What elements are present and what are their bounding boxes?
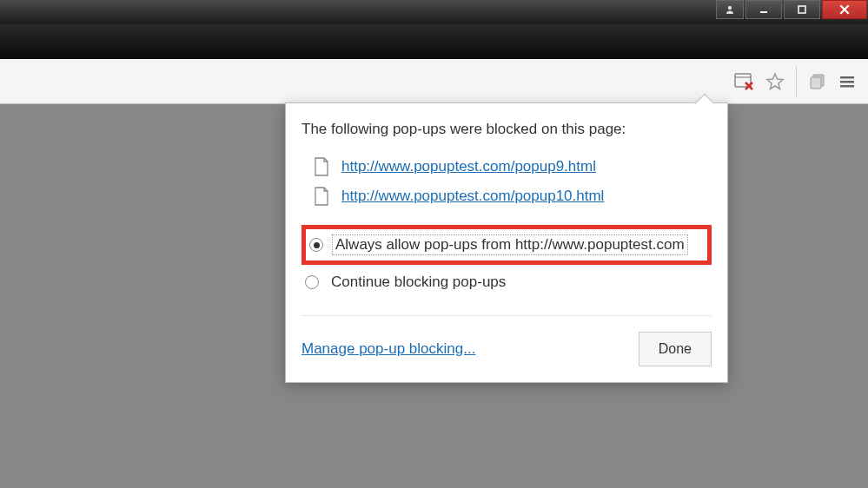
radio-always-allow[interactable]: Always allow pop-ups from http://www.pop… bbox=[301, 225, 712, 265]
radio-label: Continue blocking pop-ups bbox=[328, 272, 509, 293]
done-button[interactable]: Done bbox=[639, 332, 712, 366]
window-frame: The following pop-ups were blocked on th… bbox=[0, 0, 868, 488]
radio-icon bbox=[309, 238, 323, 252]
browser-toolbar bbox=[0, 59, 868, 104]
svg-rect-11 bbox=[840, 76, 854, 79]
divider bbox=[301, 315, 712, 316]
blocked-popup-list: http://www.popuptest.com/popup9.html htt… bbox=[301, 152, 712, 211]
popup-action-radio-group: Always allow pop-ups from http://www.pop… bbox=[301, 225, 712, 300]
toolbar-right-group bbox=[796, 66, 858, 97]
manage-popup-blocking-link[interactable]: Manage pop-up blocking... bbox=[301, 340, 475, 358]
svg-rect-12 bbox=[840, 81, 854, 83]
popup-blocked-panel: The following pop-ups were blocked on th… bbox=[285, 102, 728, 383]
radio-continue-blocking[interactable]: Continue blocking pop-ups bbox=[301, 265, 712, 300]
blocked-popup-link[interactable]: http://www.popuptest.com/popup10.html bbox=[341, 188, 604, 205]
blocked-popup-item: http://www.popuptest.com/popup10.html bbox=[301, 181, 712, 211]
popup-title: The following pop-ups were blocked on th… bbox=[301, 121, 712, 138]
minimize-button[interactable] bbox=[745, 0, 782, 19]
window-controls bbox=[715, 0, 868, 24]
svg-rect-13 bbox=[840, 85, 854, 88]
blocked-popup-link[interactable]: http://www.popuptest.com/popup9.html bbox=[341, 158, 596, 175]
popup-footer: Manage pop-up blocking... Done bbox=[301, 332, 712, 366]
radio-label: Always allow pop-ups from http://www.pop… bbox=[332, 234, 688, 255]
blocked-popup-item: http://www.popuptest.com/popup9.html bbox=[301, 152, 712, 181]
svg-rect-1 bbox=[760, 11, 767, 13]
user-button[interactable] bbox=[716, 0, 744, 19]
file-icon bbox=[314, 157, 329, 176]
radio-icon bbox=[305, 275, 319, 289]
svg-point-0 bbox=[728, 6, 732, 10]
maximize-button[interactable] bbox=[784, 0, 820, 19]
popup-blocked-icon[interactable] bbox=[733, 71, 754, 92]
tab-strip bbox=[0, 24, 868, 59]
menu-icon[interactable] bbox=[837, 71, 858, 92]
close-button[interactable] bbox=[822, 0, 867, 19]
svg-rect-2 bbox=[798, 6, 805, 13]
pages-icon[interactable] bbox=[807, 71, 828, 92]
titlebar bbox=[0, 0, 868, 24]
bookmark-star-icon[interactable] bbox=[765, 71, 785, 92]
file-icon bbox=[314, 187, 329, 206]
svg-rect-10 bbox=[811, 77, 821, 89]
